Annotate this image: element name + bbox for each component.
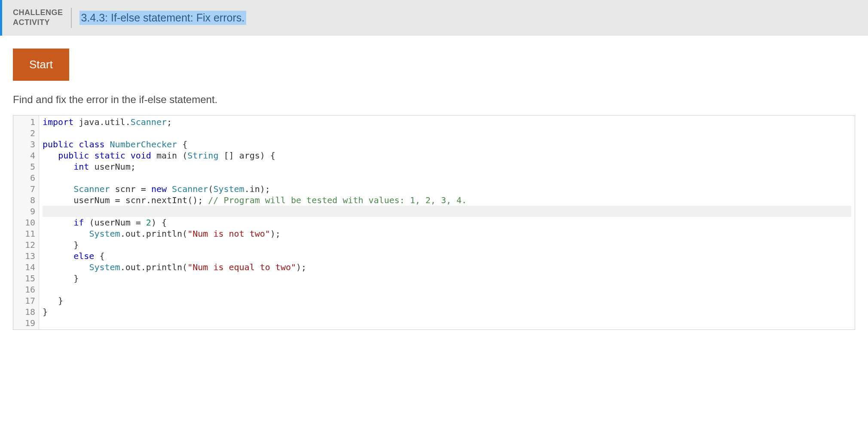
code-token: [] args) {	[218, 150, 275, 161]
code-token: void	[131, 150, 151, 161]
line-number: 8	[20, 195, 35, 206]
code-token: "Num is equal to two"	[187, 262, 296, 272]
code-token: String	[187, 150, 218, 161]
code-token	[105, 139, 110, 149]
code-line[interactable]: public class NumberChecker {	[43, 139, 851, 150]
line-number: 1	[20, 116, 35, 128]
code-token	[73, 139, 79, 149]
code-token: }	[43, 296, 63, 306]
code-token: int	[73, 162, 89, 172]
code-token	[43, 217, 73, 228]
line-number: 7	[20, 183, 35, 195]
code-line[interactable]: public static void main (String [] args)…	[43, 150, 851, 161]
code-token: "Num is not two"	[187, 229, 270, 239]
header-bar: CHALLENGE ACTIVITY 3.4.3: If-else statem…	[0, 0, 868, 36]
code-token: );	[296, 262, 306, 272]
code-token: Scanner	[172, 184, 208, 194]
challenge-label-line1: CHALLENGE	[13, 8, 63, 18]
code-token: (	[208, 184, 213, 194]
code-token: import	[43, 117, 73, 127]
code-token: System	[213, 184, 244, 194]
code-token: NumberChecker	[110, 139, 177, 149]
code-token: 2	[146, 217, 151, 228]
code-token: // Program will be tested with values: 1…	[208, 195, 467, 205]
code-line[interactable]: }	[43, 306, 851, 317]
code-line[interactable]: }	[43, 239, 851, 250]
code-token: main (	[151, 150, 187, 161]
code-line[interactable]	[43, 128, 851, 139]
code-token: }	[43, 307, 48, 317]
line-number: 10	[20, 217, 35, 228]
challenge-label-line2: ACTIVITY	[13, 18, 63, 27]
line-number: 17	[20, 295, 35, 306]
code-token: static	[94, 150, 125, 161]
challenge-label: CHALLENGE ACTIVITY	[13, 8, 72, 28]
code-token: }	[43, 240, 79, 250]
code-token: if	[73, 217, 84, 228]
code-line[interactable]: System.out.println("Num is equal to two"…	[43, 262, 851, 273]
line-number: 5	[20, 161, 35, 172]
line-number: 11	[20, 228, 35, 239]
code-token: scnr =	[110, 184, 151, 194]
code-token: System	[89, 262, 120, 272]
code-token	[43, 162, 73, 172]
code-token: }	[43, 273, 79, 284]
code-token: ;	[167, 117, 172, 127]
code-line[interactable]	[43, 284, 851, 295]
line-number: 9	[20, 206, 35, 217]
code-token: userNum = scnr.nextInt();	[43, 195, 208, 205]
line-number: 4	[20, 150, 35, 161]
code-line[interactable]: }	[43, 295, 851, 306]
line-gutter: 12345678910111213141516171819	[13, 116, 39, 329]
code-token: );	[270, 229, 281, 239]
code-token: {	[94, 251, 104, 261]
code-token	[43, 251, 73, 261]
code-token	[43, 150, 58, 161]
code-editor[interactable]: 12345678910111213141516171819 import jav…	[13, 115, 855, 330]
code-line[interactable]	[43, 206, 851, 217]
code-token: public	[43, 139, 73, 149]
code-token	[43, 184, 73, 194]
code-line[interactable]: }	[43, 273, 851, 284]
code-line[interactable]	[43, 317, 851, 329]
code-line[interactable]: if (userNum = 2) {	[43, 217, 851, 228]
content-area: Start Find and fix the error in the if-e…	[0, 36, 868, 330]
code-token: .out.println(	[120, 229, 188, 239]
code-token: public	[58, 150, 89, 161]
line-number: 14	[20, 262, 35, 273]
line-number: 19	[20, 317, 35, 329]
code-token: class	[79, 139, 104, 149]
code-line[interactable]: int userNum;	[43, 161, 851, 172]
line-number: 2	[20, 128, 35, 139]
code-token: (userNum =	[84, 217, 146, 228]
code-token: else	[73, 251, 94, 261]
line-number: 15	[20, 273, 35, 284]
code-token	[43, 262, 89, 272]
code-token: System	[89, 229, 120, 239]
code-body[interactable]: import java.util.Scanner; public class N…	[39, 116, 855, 329]
code-token: .in);	[245, 184, 270, 194]
code-line[interactable]: userNum = scnr.nextInt(); // Program wil…	[43, 195, 851, 206]
code-token: new	[151, 184, 167, 194]
code-line[interactable]: else {	[43, 250, 851, 262]
code-line[interactable]: System.out.println("Num is not two");	[43, 228, 851, 239]
code-line[interactable]: import java.util.Scanner;	[43, 116, 851, 128]
code-token	[43, 229, 89, 239]
code-token: ) {	[151, 217, 167, 228]
code-token: Scanner	[131, 117, 167, 127]
code-token: Scanner	[73, 184, 110, 194]
line-number: 6	[20, 172, 35, 183]
code-token	[89, 150, 94, 161]
line-number: 13	[20, 250, 35, 262]
start-button[interactable]: Start	[13, 49, 69, 81]
code-token: userNum;	[89, 162, 135, 172]
line-number: 3	[20, 139, 35, 150]
code-line[interactable]	[43, 172, 851, 183]
code-token	[125, 150, 131, 161]
code-token: {	[177, 139, 187, 149]
line-number: 18	[20, 306, 35, 317]
line-number: 12	[20, 239, 35, 250]
code-token	[167, 184, 172, 194]
code-line[interactable]: Scanner scnr = new Scanner(System.in);	[43, 183, 851, 195]
line-number: 16	[20, 284, 35, 295]
